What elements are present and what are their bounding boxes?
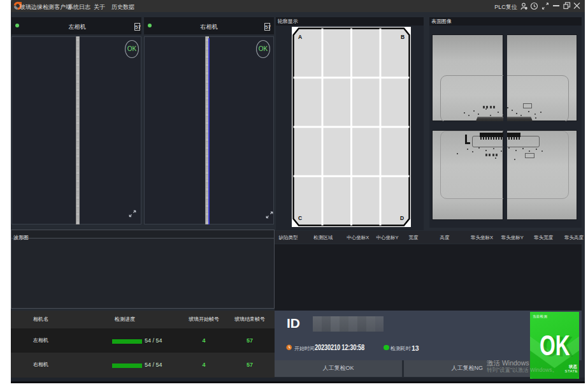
svg-text:A: A <box>298 34 302 40</box>
svg-text:B: B <box>401 34 405 40</box>
svg-text:C: C <box>298 215 302 221</box>
svg-text:D: D <box>400 215 404 221</box>
